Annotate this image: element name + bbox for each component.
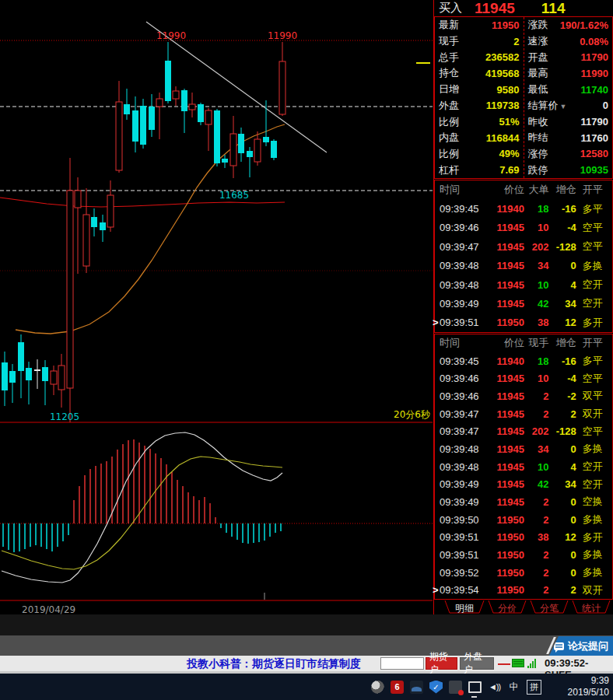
wh6-app-icon[interactable]: 6 — [391, 681, 404, 694]
price-macd-chart[interactable]: 1199011990116851120520分6秒2019/04/29 — [0, 0, 433, 614]
quote-row: 持仓419568 — [435, 65, 524, 82]
tick-detail-list[interactable]: 时间价位现手增仓开平09:39:451194018-16多平09:39:4611… — [434, 334, 613, 600]
tick-row: 09:39:51119503812多开 — [435, 528, 612, 546]
quote-label: 日增 — [439, 82, 459, 96]
ime-pinyin-icon[interactable]: 拼 — [527, 680, 541, 695]
tick-row: 09:39:49119454234空开 — [435, 475, 612, 493]
quote-value: 49% — [499, 148, 519, 159]
tick-row: 09:39:4811945104空开 — [435, 275, 612, 294]
big-order-list[interactable]: 时间价位大单增仓开平09:39:451194018-16多平09:39:4611… — [434, 180, 613, 333]
media-app-icon[interactable] — [410, 681, 423, 694]
quote-value: 10935 — [580, 164, 608, 176]
quote-label: 内盘 — [439, 131, 459, 145]
svg-text:20分6秒: 20分6秒 — [394, 409, 430, 420]
quote-label: 涨停 — [528, 147, 548, 161]
tab-统计[interactable]: 统计 — [573, 602, 610, 615]
quote-label: 比例 — [439, 115, 459, 129]
green-keyboard-icon[interactable] — [512, 659, 524, 667]
tick-row: 09:39:49119454234空开 — [435, 294, 612, 313]
tick-row: 09:39:501195020多换 — [435, 511, 612, 529]
quote-label: 昨收 — [528, 115, 548, 129]
tick-row: 09:39:461194510-4空平 — [435, 219, 612, 237]
windows-taskbar: 6 ✓ ◄)) 中 拼 9:39 2019/5/10 — [0, 674, 613, 700]
quote-value: 7.69 — [499, 164, 519, 176]
tick-row: 09:39:521195020多换 — [435, 564, 612, 582]
tick-row: 09:39:451194018-16多平 — [435, 199, 612, 218]
quote-value: 119738 — [486, 100, 520, 111]
red-dash-icon — [498, 663, 510, 665]
signal-bars-icon — [527, 659, 540, 668]
current-row-arrow: > — [433, 584, 439, 596]
tick-row: 09:39:4811945104空开 — [435, 458, 612, 476]
trend-line — [146, 22, 327, 152]
status-bar: 投教小科普：期货逐日盯市结算制度 期货户 外盘户 09:39:52-SHFE — [0, 656, 613, 674]
quick-search-input[interactable] — [380, 657, 424, 670]
candles — [2, 42, 285, 422]
list-header: 时间价位大单增仓开平 — [435, 180, 612, 199]
quote-value: 190/1.62% — [560, 19, 608, 31]
quote-value: 11950 — [492, 19, 519, 31]
taskbar-date: 2019/5/10 — [568, 687, 609, 698]
system-tray: 6 ✓ ◄)) 中 拼 — [371, 674, 541, 700]
quote-label: 最高 — [528, 66, 548, 80]
quote-label: 开盘 — [528, 51, 548, 65]
quote-row: 最高11990 — [524, 65, 613, 82]
settlement-dropdown-icon[interactable]: ▼ — [560, 103, 567, 110]
quote-label: 杠杆 — [439, 163, 459, 177]
quote-row: 比例51% — [435, 114, 524, 130]
speaker-icon[interactable]: ◄)) — [488, 681, 501, 694]
quote-label: 现手 — [439, 34, 459, 48]
forum-ask-button[interactable]: 论坛提问 — [549, 636, 613, 656]
quote-value: 11990 — [581, 68, 608, 79]
satellite-dish-icon[interactable] — [371, 681, 384, 694]
ticker-notice: 投教小科普：期货逐日盯市结算制度 — [187, 657, 361, 671]
foreign-account-button[interactable]: 外盘户 — [460, 657, 494, 670]
futures-account-button[interactable]: 期货户 — [426, 657, 457, 670]
quote-row: 外盘119738 — [435, 98, 524, 114]
quote-value: 9580 — [497, 84, 520, 96]
macd-indicator — [2, 432, 282, 600]
tick-row: 09:39:4811945340多换 — [435, 257, 612, 275]
quote-value: 0 — [603, 100, 608, 111]
quote-label: 比例 — [439, 147, 459, 161]
tab-分笔[interactable]: 分笔 — [531, 602, 568, 615]
quote-row: 总手236582 — [435, 49, 524, 65]
security-shield-icon[interactable]: ✓ — [429, 681, 443, 694]
bid-price: 11945 — [475, 0, 515, 17]
quote-label: 最低 — [528, 82, 548, 96]
tick-row: 09:39:4711945202-128空平 — [435, 422, 612, 440]
quote-row: 比例49% — [435, 146, 524, 163]
tab-明细[interactable]: 明细 — [445, 602, 484, 615]
ime-chinese-indicator[interactable]: 中 — [507, 681, 520, 694]
tick-row: 09:39:511195020多换 — [435, 546, 612, 564]
quote-value: 236582 — [485, 51, 519, 63]
network-monitor-icon[interactable] — [468, 681, 482, 694]
notification-badge-icon[interactable] — [449, 681, 462, 694]
quote-label: 跌停 — [528, 163, 548, 177]
moving-averages — [0, 124, 285, 334]
svg-text:11990: 11990 — [268, 30, 297, 41]
quote-label: 最新 — [439, 18, 459, 32]
svg-text:11685: 11685 — [219, 190, 249, 201]
quote-value: 12580 — [580, 148, 608, 159]
svg-text:2019/04/29: 2019/04/29 — [22, 604, 75, 614]
quote-value: 11790 — [581, 51, 608, 63]
bottom-dark-strip — [0, 614, 613, 635]
trading-terminal: 1199011990116851120520分6秒2019/04/29 买入 1… — [0, 0, 613, 700]
tab-分价[interactable]: 分价 — [489, 602, 526, 615]
quote-row: 跌停10935 — [524, 162, 613, 178]
tick-row: 09:39:51>119503812多开 — [435, 313, 612, 332]
list-header: 时间价位现手增仓开平 — [435, 334, 612, 352]
quote-label: 速涨 — [528, 34, 548, 48]
quote-row: 涨跌190/1.62% — [524, 17, 613, 33]
quote-row: 现手2 — [435, 33, 524, 50]
bottom-gray-strip: 论坛提问 — [0, 635, 613, 656]
taskbar-time: 9:39 — [568, 675, 609, 687]
quote-row: 涨停12580 — [524, 146, 613, 163]
bid-label: 买入 — [439, 1, 462, 16]
quote-value: 11790 — [581, 116, 608, 128]
quote-row: 开盘11790 — [524, 49, 613, 65]
taskbar-clock[interactable]: 9:39 2019/5/10 — [568, 675, 609, 698]
bid-row: 买入 11945 114 — [434, 0, 613, 16]
quote-value: 51% — [499, 116, 519, 128]
